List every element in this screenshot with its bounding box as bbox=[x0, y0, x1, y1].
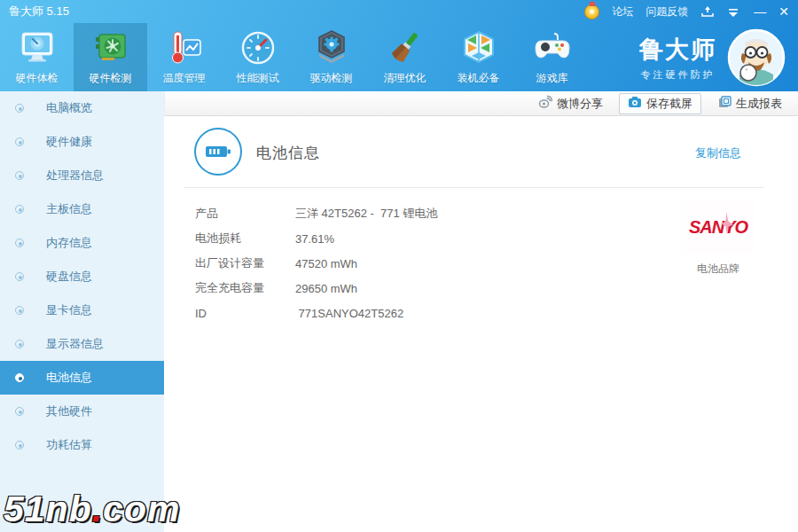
titlebar: 鲁大师 5.15 ★ 论坛 问题反馈 — ✕ bbox=[0, 0, 798, 23]
field-row-id: ID 771SANYO42T5262 bbox=[195, 301, 437, 325]
header-divider bbox=[184, 187, 764, 188]
battery-brand-logo: SANYO bbox=[681, 202, 755, 253]
battery-fields: 产品 三洋 42T5262 - 771 锂电池 电池损耗 37.61% 出厂设计… bbox=[195, 201, 437, 325]
nav-label: 性能测试 bbox=[237, 71, 279, 86]
nav-label: 清理优化 bbox=[384, 71, 426, 86]
nav-item-essentials[interactable]: 装机必备 bbox=[442, 23, 515, 91]
main-nav: 硬件体检 bbox=[0, 23, 798, 91]
titlebar-controls: ★ 论坛 问题反馈 — ✕ bbox=[584, 4, 789, 20]
gpu-card-icon bbox=[90, 27, 131, 68]
header: 鲁大师 5.15 ★ 论坛 问题反馈 — ✕ bbox=[0, 0, 798, 91]
nav-item-performance[interactable]: 性能测试 bbox=[221, 23, 294, 91]
brand-name: 鲁大师 bbox=[639, 34, 716, 66]
sidebar-item-motherboard-info[interactable]: 主板信息 bbox=[0, 192, 164, 226]
battery-info-panel: 电池信息 复制信息 产品 三洋 42T5262 - 771 锂电池 电池损耗 3… bbox=[164, 116, 798, 532]
sidebar-item-other-hardware[interactable]: 其他硬件 bbox=[0, 395, 164, 428]
sidebar: 电脑概览 硬件健康 处理器信息 主板信息 内存信息 硬盘信息 显卡信息 显示器信… bbox=[0, 91, 164, 532]
report-icon bbox=[717, 95, 732, 112]
generate-report-button[interactable]: 生成报表 bbox=[717, 95, 782, 112]
minimize-button[interactable]: — bbox=[754, 5, 766, 18]
nav-item-hardware-checkup[interactable]: 硬件体检 bbox=[0, 23, 74, 91]
save-screenshot-button[interactable]: 保存截屏 bbox=[619, 93, 701, 114]
forum-link[interactable]: 论坛 bbox=[612, 4, 633, 20]
nav-label: 游戏库 bbox=[536, 71, 568, 86]
cube-icon bbox=[458, 27, 499, 68]
sidebar-item-disk-info[interactable]: 硬盘信息 bbox=[0, 260, 164, 293]
radio-bullet-icon bbox=[15, 171, 24, 180]
field-row-product: 产品 三洋 42T5262 - 771 锂电池 bbox=[195, 201, 437, 226]
sidebar-item-memory-info[interactable]: 内存信息 bbox=[0, 226, 164, 260]
sidebar-item-computer-overview[interactable]: 电脑概览 bbox=[0, 91, 164, 125]
weibo-icon bbox=[538, 95, 552, 112]
camera-icon bbox=[628, 96, 642, 111]
thermometer-icon bbox=[164, 27, 205, 68]
gauge-icon bbox=[238, 27, 278, 68]
app-title: 鲁大师 5.15 bbox=[9, 4, 69, 20]
app-window: 鲁大师 5.15 ★ 论坛 问题反馈 — ✕ bbox=[0, 0, 798, 532]
radio-bullet-icon bbox=[15, 306, 24, 315]
nav-label: 驱动检测 bbox=[310, 71, 353, 86]
radio-bullet-icon bbox=[15, 104, 24, 113]
nav-label: 硬件体检 bbox=[16, 71, 59, 86]
generate-report-label: 生成报表 bbox=[736, 96, 782, 112]
nav-label: 装机必备 bbox=[458, 71, 500, 86]
sidebar-item-hardware-health[interactable]: 硬件健康 bbox=[0, 125, 164, 159]
action-bar: 微博分享 保存截屏 生成报表 bbox=[164, 91, 798, 116]
radio-bullet-icon bbox=[15, 137, 24, 146]
save-screenshot-label: 保存截屏 bbox=[646, 96, 692, 112]
radio-bullet-icon bbox=[15, 373, 24, 382]
watermark: 51nb.com bbox=[4, 489, 180, 530]
radio-bullet-icon bbox=[15, 205, 24, 214]
nav-item-temperature[interactable]: 温度管理 bbox=[147, 23, 221, 91]
nav-item-hardware-detect[interactable]: 硬件检测 bbox=[74, 23, 147, 91]
medal-icon[interactable]: ★ bbox=[584, 4, 599, 20]
sidebar-item-gpu-info[interactable]: 显卡信息 bbox=[0, 293, 164, 327]
brand-slogan: 专注硬件防护 bbox=[639, 68, 716, 82]
sidebar-item-power-estimate[interactable]: 功耗估算 bbox=[0, 428, 164, 462]
brand-text: 鲁大师 专注硬件防护 bbox=[639, 34, 716, 82]
gamepad-icon bbox=[532, 27, 573, 68]
nav-item-driver[interactable]: 驱动检测 bbox=[294, 23, 368, 91]
sidebar-item-battery-info[interactable]: 电池信息 bbox=[0, 361, 164, 395]
gear-hexagon-icon bbox=[311, 27, 352, 68]
nav-label: 温度管理 bbox=[163, 71, 206, 86]
brush-icon bbox=[385, 27, 426, 68]
weibo-share-label: 微博分享 bbox=[557, 96, 603, 112]
copy-info-link[interactable]: 复制信息 bbox=[695, 145, 741, 161]
radio-bullet-icon bbox=[15, 239, 24, 247]
monitor-radar-icon bbox=[17, 27, 58, 68]
panel-header: 电池信息 复制信息 bbox=[164, 116, 798, 187]
sidebar-item-monitor-info[interactable]: 显示器信息 bbox=[0, 327, 164, 361]
upload-icon[interactable] bbox=[700, 5, 715, 18]
close-button[interactable]: ✕ bbox=[778, 5, 789, 18]
brand-area: 鲁大师 专注硬件防护 bbox=[639, 23, 798, 91]
sanyo-logo: SANYO bbox=[689, 217, 747, 238]
feedback-link[interactable]: 问题反馈 bbox=[645, 4, 688, 20]
field-row-design-capacity: 出厂设计容量 47520 mWh bbox=[195, 251, 437, 276]
nav-item-games[interactable]: 游戏库 bbox=[515, 23, 589, 91]
battery-icon bbox=[194, 128, 242, 176]
panel-title: 电池信息 bbox=[256, 143, 320, 163]
mascot-icon bbox=[727, 28, 786, 87]
radio-bullet-icon bbox=[15, 441, 24, 450]
nav-label: 硬件检测 bbox=[90, 71, 132, 86]
radio-bullet-icon bbox=[15, 407, 24, 416]
weibo-share-button[interactable]: 微博分享 bbox=[538, 95, 603, 112]
radio-bullet-icon bbox=[15, 272, 24, 281]
field-row-full-charge-capacity: 完全充电容量 29650 mWh bbox=[195, 276, 437, 301]
field-row-wear-level: 电池损耗 37.61% bbox=[195, 226, 437, 251]
nav-item-cleanup[interactable]: 清理优化 bbox=[368, 23, 442, 91]
radio-bullet-icon bbox=[15, 340, 24, 348]
menu-dropdown-icon[interactable] bbox=[727, 5, 741, 18]
sidebar-item-cpu-info[interactable]: 处理器信息 bbox=[0, 159, 164, 192]
battery-brand-caption: 电池品牌 bbox=[681, 262, 755, 277]
